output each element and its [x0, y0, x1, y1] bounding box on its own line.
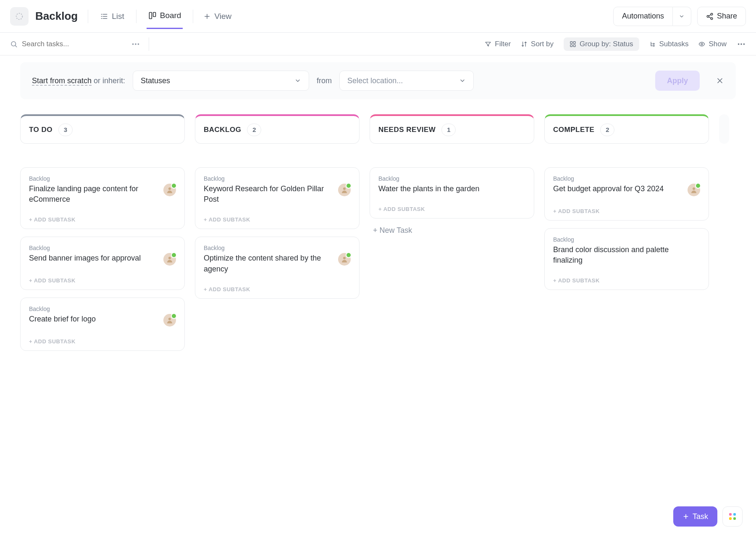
task-card[interactable]: BacklogFinalize landing page content for…	[20, 167, 185, 229]
assignee-avatar[interactable]	[163, 253, 176, 266]
add-subtask-button[interactable]: + ADD SUBTASK	[29, 216, 176, 223]
add-column-ghost[interactable]	[719, 114, 729, 144]
task-card[interactable]: BacklogOptimize the content shared by th…	[195, 237, 360, 298]
svg-point-18	[740, 43, 742, 45]
new-task-button[interactable]: + New Task	[370, 226, 534, 235]
automations-button[interactable]: Automations	[613, 7, 673, 26]
task-card[interactable]: BacklogSend banner images for approval+ …	[20, 237, 185, 290]
plus-icon	[682, 513, 689, 520]
task-card[interactable]: BacklogKeyword Research for Golden Pilla…	[195, 167, 360, 229]
tab-board[interactable]: Board	[147, 8, 183, 29]
dots-icon	[131, 40, 140, 49]
toolbar-more-button[interactable]	[737, 40, 746, 49]
card-title: Send banner images for approval	[29, 253, 158, 263]
svg-point-19	[743, 43, 745, 45]
chevron-down-icon	[294, 77, 301, 84]
or-inherit-text: or inherit:	[92, 76, 125, 85]
chevron-down-icon	[459, 77, 466, 84]
svg-point-15	[653, 45, 654, 46]
assignee-avatar[interactable]	[163, 184, 176, 196]
sort-button[interactable]: Sort by	[521, 40, 554, 48]
svg-point-6	[11, 42, 16, 46]
add-subtask-button[interactable]: + ADD SUBTASK	[553, 277, 700, 284]
task-card[interactable]: BacklogBrand color discussion and palett…	[544, 228, 709, 290]
column-header-review[interactable]: NEEDS REVIEW 1	[370, 114, 534, 144]
column-header-backlog[interactable]: BACKLOG 2	[195, 114, 360, 144]
card-title: Brand color discussion and palette final…	[553, 245, 700, 266]
search-more-button[interactable]	[131, 40, 140, 49]
header: Backlog List Board View Automations Shar…	[0, 0, 756, 33]
search-wrap	[10, 40, 106, 48]
column-count: 1	[441, 124, 456, 136]
add-subtask-button[interactable]: + ADD SUBTASK	[29, 338, 176, 345]
svg-rect-12	[570, 45, 572, 47]
svg-rect-11	[573, 42, 575, 44]
assignee-avatar[interactable]	[338, 184, 351, 196]
sort-label: Sort by	[531, 40, 554, 48]
filter-button[interactable]: Filter	[485, 40, 511, 48]
toolbar-right: Filter Sort by Group by: Status Subtasks…	[485, 37, 746, 51]
plus-icon	[203, 13, 211, 20]
assignee-avatar[interactable]	[163, 314, 176, 327]
from-text: from	[317, 76, 332, 85]
close-inherit-button[interactable]	[716, 76, 724, 85]
apps-fab[interactable]	[722, 506, 743, 527]
assignee-avatar[interactable]	[688, 184, 700, 196]
task-card[interactable]: BacklogCreate brief for logo+ ADD SUBTAS…	[20, 298, 185, 351]
share-button[interactable]: Share	[697, 7, 746, 26]
svg-point-5	[711, 18, 713, 20]
add-view-button[interactable]: View	[203, 12, 231, 21]
svg-point-24	[343, 257, 346, 259]
card-project: Backlog	[553, 175, 700, 182]
fab-wrap: Task	[673, 506, 743, 527]
svg-point-22	[168, 318, 171, 320]
svg-point-17	[738, 43, 740, 45]
card-project: Backlog	[29, 175, 176, 182]
filter-icon	[485, 41, 491, 47]
add-subtask-button[interactable]: + ADD SUBTASK	[204, 286, 351, 292]
add-subtask-button[interactable]: + ADD SUBTASK	[553, 208, 700, 214]
fab-label: Task	[693, 512, 708, 521]
inherit-type-select[interactable]: Statuses	[133, 71, 309, 91]
column-header-todo[interactable]: TO DO 3	[20, 114, 185, 144]
sort-icon	[521, 41, 528, 47]
project-icon[interactable]	[10, 7, 29, 26]
subtasks-button[interactable]: Subtasks	[649, 40, 689, 48]
svg-point-21	[168, 257, 171, 259]
add-subtask-button[interactable]: + ADD SUBTASK	[204, 216, 351, 223]
card-title: Finalize landing page content for eComme…	[29, 184, 158, 205]
svg-point-25	[693, 187, 695, 190]
task-card[interactable]: BacklogGet budget approval for Q3 2024+ …	[544, 167, 709, 221]
assignee-avatar[interactable]	[338, 253, 351, 266]
close-icon	[716, 76, 724, 85]
tab-list[interactable]: List	[98, 8, 126, 29]
share-label: Share	[717, 12, 737, 21]
card-title: Keyword Research for Golden Pillar Post	[204, 184, 333, 205]
svg-rect-10	[570, 42, 572, 44]
svg-point-20	[168, 187, 171, 190]
record-icon	[15, 12, 24, 21]
tab-board-label: Board	[160, 11, 181, 20]
filter-label: Filter	[495, 40, 511, 48]
task-card[interactable]: BacklogWater the plants in the garden+ A…	[370, 167, 534, 219]
svg-rect-2	[153, 13, 155, 17]
column-count: 3	[58, 124, 73, 136]
column-header-complete[interactable]: COMPLETE 2	[544, 114, 709, 144]
subtasks-icon	[649, 41, 656, 47]
search-input[interactable]	[22, 40, 106, 48]
show-button[interactable]: Show	[698, 40, 727, 48]
svg-point-14	[653, 43, 654, 45]
subtasks-label: Subtasks	[659, 40, 689, 48]
eye-icon	[698, 41, 705, 47]
start-from-scratch-link[interactable]: Start from scratch	[32, 76, 92, 86]
column-count: 2	[600, 124, 614, 136]
add-subtask-button[interactable]: + ADD SUBTASK	[378, 206, 525, 212]
location-select[interactable]: Select location...	[339, 71, 474, 91]
automations-dropdown[interactable]	[673, 7, 691, 26]
new-task-fab[interactable]: Task	[673, 506, 717, 527]
group-by-button[interactable]: Group by: Status	[564, 37, 639, 51]
add-subtask-button[interactable]: + ADD SUBTASK	[29, 277, 176, 284]
apply-button[interactable]: Apply	[655, 71, 700, 91]
svg-point-4	[707, 15, 709, 17]
inherit-bar: Start from scratch or inherit: Statuses …	[20, 62, 736, 99]
